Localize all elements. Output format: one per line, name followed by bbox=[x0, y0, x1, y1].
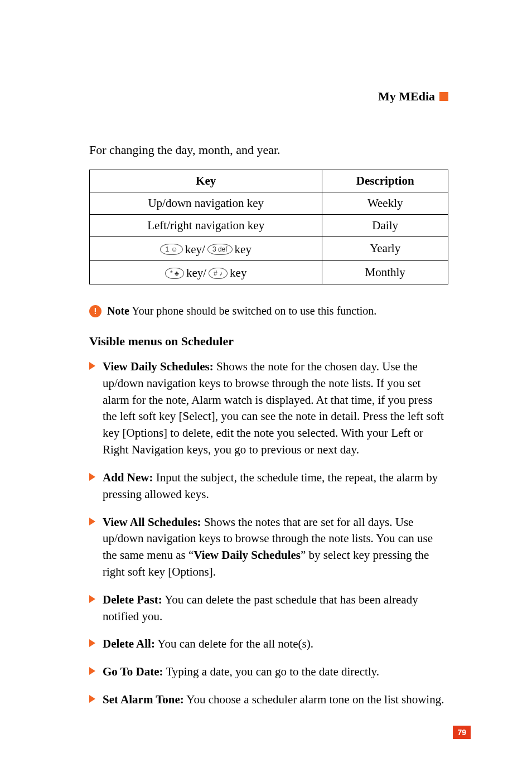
cell-desc: Yearly bbox=[322, 237, 448, 261]
triangle-bullet-icon bbox=[89, 667, 95, 675]
key-description-table: Key Description Up/down navigation key W… bbox=[89, 170, 448, 284]
th-key: Key bbox=[90, 170, 322, 192]
triangle-bullet-icon bbox=[89, 518, 95, 525]
table-row: Up/down navigation key Weekly bbox=[90, 192, 448, 215]
triangle-bullet-icon bbox=[89, 473, 95, 481]
cell-key: * ♣ key/ # ♪ key bbox=[90, 260, 322, 284]
phone-key-icon: # ♪ bbox=[209, 268, 228, 279]
cell-key: 1 ☺ key/ 3 def key bbox=[90, 237, 322, 261]
note-text: Your phone should be switched on to use … bbox=[129, 305, 376, 317]
th-description: Description bbox=[322, 170, 448, 192]
alert-icon: i bbox=[89, 305, 101, 317]
phone-key-icon: 1 ☺ bbox=[160, 244, 182, 255]
page-number: 79 bbox=[453, 726, 471, 739]
note-label: Note bbox=[107, 305, 129, 317]
cell-key: Up/down navigation key bbox=[90, 192, 322, 215]
note-callout: i Note Your phone should be switched on … bbox=[89, 305, 448, 317]
cell-desc: Daily bbox=[322, 215, 448, 237]
key-label-text: key/ bbox=[185, 243, 205, 257]
phone-key-icon: 3 def bbox=[207, 244, 233, 255]
section-heading: Visible menus on Scheduler bbox=[89, 334, 448, 349]
feature-body: You choose a scheduler alarm tone on the… bbox=[184, 693, 444, 706]
page-header: My MEdia bbox=[89, 89, 448, 104]
feature-body-bold: View Daily Schedules bbox=[194, 548, 301, 562]
feature-title: Set Alarm Tone: bbox=[103, 693, 184, 706]
feature-title: View All Schedules: bbox=[103, 515, 201, 529]
cell-desc: Monthly bbox=[322, 260, 448, 284]
feature-title: View Daily Schedules: bbox=[103, 360, 214, 373]
table-row: * ♣ key/ # ♪ key Monthly bbox=[90, 260, 448, 284]
table-row: Left/right navigation key Daily bbox=[90, 215, 448, 237]
list-item: View Daily Schedules: Shows the note for… bbox=[89, 359, 448, 458]
feature-body: You can delete for the all note(s). bbox=[155, 637, 313, 650]
list-item: Delete All: You can delete for the all n… bbox=[89, 636, 448, 653]
feature-body: Input the subject, the schedule time, th… bbox=[103, 471, 438, 501]
header-accent-square-icon bbox=[439, 92, 448, 101]
feature-body: Shows the note for the chosen day. Use t… bbox=[103, 360, 444, 456]
cell-key: Left/right navigation key bbox=[90, 215, 322, 237]
feature-title: Go To Date: bbox=[103, 665, 163, 678]
intro-text: For changing the day, month, and year. bbox=[89, 143, 448, 157]
list-item: Set Alarm Tone: You choose a scheduler a… bbox=[89, 692, 448, 708]
list-item: Add New: Input the subject, the schedule… bbox=[89, 470, 448, 503]
header-title: My MEdia bbox=[378, 89, 435, 104]
key-label-text: key bbox=[230, 266, 246, 280]
triangle-bullet-icon bbox=[89, 695, 95, 703]
feature-list: View Daily Schedules: Shows the note for… bbox=[89, 359, 448, 708]
key-label-text: key bbox=[235, 243, 252, 257]
feature-title: Delete All: bbox=[103, 637, 155, 650]
triangle-bullet-icon bbox=[89, 639, 95, 647]
triangle-bullet-icon bbox=[89, 362, 95, 370]
list-item: Delete Past: You can delete the past sch… bbox=[89, 592, 448, 625]
cell-desc: Weekly bbox=[322, 192, 448, 215]
table-header-row: Key Description bbox=[90, 170, 448, 192]
triangle-bullet-icon bbox=[89, 595, 95, 603]
table-row: 1 ☺ key/ 3 def key Yearly bbox=[90, 237, 448, 261]
list-item: Go To Date: Typing a date, you can go to… bbox=[89, 664, 448, 680]
feature-title: Add New: bbox=[103, 471, 153, 484]
phone-key-icon: * ♣ bbox=[165, 268, 184, 279]
key-label-text: key/ bbox=[186, 266, 206, 280]
list-item: View All Schedules: Shows the notes that… bbox=[89, 514, 448, 581]
feature-title: Delete Past: bbox=[103, 593, 162, 606]
feature-body: Typing a date, you can go to the date di… bbox=[163, 665, 380, 678]
